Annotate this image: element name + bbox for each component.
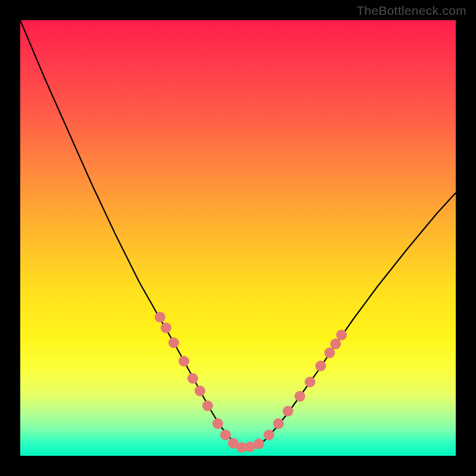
marker-dot	[336, 330, 347, 340]
marker-dot	[315, 361, 326, 371]
bottleneck-chart	[20, 20, 456, 456]
marker-dot	[168, 337, 179, 348]
marker-dot	[283, 406, 293, 416]
marker-dot	[295, 391, 305, 402]
marker-dot	[273, 418, 284, 429]
marker-dot	[220, 430, 231, 440]
marker-dot	[195, 386, 205, 396]
bottleneck-curve	[20, 20, 456, 447]
marker-dot	[187, 373, 198, 384]
chart-frame	[20, 20, 456, 456]
marker-dot	[324, 347, 335, 358]
watermark-text: TheBottleneck.com	[356, 4, 466, 18]
marker-dot	[155, 312, 165, 322]
marker-dot	[212, 418, 223, 429]
highlight-markers	[155, 312, 347, 453]
marker-dot	[305, 377, 315, 387]
marker-dot	[330, 339, 341, 349]
marker-dot	[253, 439, 264, 449]
marker-dot	[264, 430, 274, 440]
marker-dot	[202, 400, 213, 411]
marker-dot	[178, 356, 189, 367]
marker-dot	[161, 322, 171, 333]
